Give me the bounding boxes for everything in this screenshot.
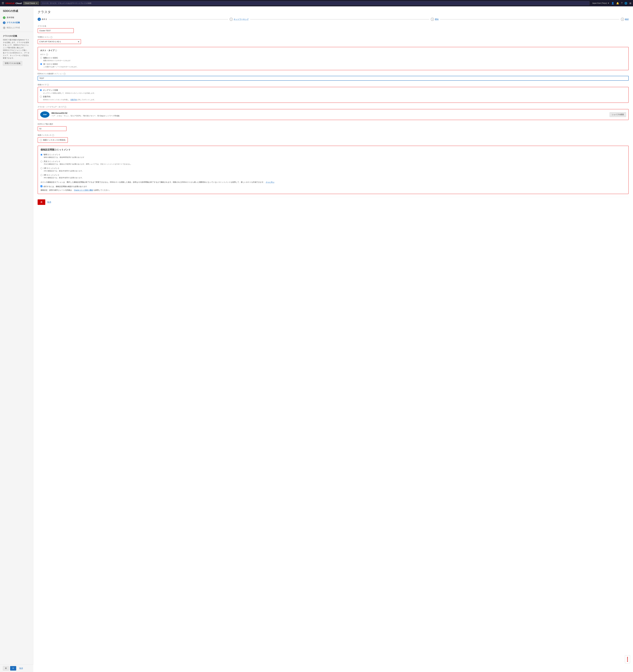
main-cancel-button[interactable]: 取消 — [47, 201, 51, 203]
step-2-icon: 2 — [3, 21, 5, 24]
step-2-label: クラスタの定義 — [7, 21, 20, 24]
capacity-reserved-link[interactable]: 容量予約 — [71, 99, 77, 100]
hardware-type-section: クラスタ・ハードウェア・タイプ ? intel BM.DenseIO2.52 ベ… — [37, 106, 629, 120]
sidebar-steps: ✓ 基本情報 2 クラスタの定義 3 確認および作成 — [0, 15, 33, 30]
pricing-1year-desc: 1年の価格設定では、最低1年使用する必要があります。 — [44, 170, 626, 172]
step-1-label: 基本情報 — [7, 16, 14, 19]
ocpu-label: OCPUコア数の選択 — [37, 123, 629, 125]
host-type-single-option[interactable]: 単一ホストSDDC この選択では単一ノードのみサポートされます。 — [40, 63, 626, 68]
capacity-ondemand-desc: オンデマンド容量を使用して、ESXiホストのインスタンスを作成します。 — [43, 92, 626, 94]
cluster-name-section: クラスタ名 — [37, 25, 629, 33]
capacity-ondemand-label: オンデマンド容量 — [43, 89, 58, 92]
hardware-type-label: クラスタ・ハードウェア・タイプ ? — [37, 106, 629, 108]
host-type-multi-option[interactable]: 複数ホストSDDC 複数のESXiホストがサポートされます — [40, 56, 626, 62]
protect-checkbox-label[interactable]: 保護インスタンスの有効化 — [43, 139, 66, 141]
sidebar-step-2[interactable]: 2 クラスタの定義 — [0, 20, 33, 25]
bottom-actions: 次 取消 — [37, 197, 629, 205]
change-shape-button[interactable]: シェイプの変更 — [610, 112, 626, 117]
pricing-hourly-radio[interactable] — [41, 154, 42, 155]
esxi-prefix-section: ESXiホストの接頭辞 オプション ? — [37, 73, 629, 81]
pricing-learn-more-link[interactable]: さらに学ぶ — [266, 181, 274, 183]
sidebar-bottom-actions: 前 次 取消 — [0, 665, 33, 672]
oracle-text: ORACLE — [5, 2, 15, 4]
next-button[interactable]: 次 — [10, 666, 16, 671]
capacity-type-label: 容量タイプ ? — [37, 83, 629, 86]
pricing-1year-radio[interactable] — [41, 167, 42, 169]
esxi-prefix-input[interactable] — [37, 76, 629, 81]
cloud-classic-badge[interactable]: Cloud Classic ▼ — [23, 1, 39, 5]
oracle-cost-link[interactable]: Oracleコスト見積り機能 — [74, 189, 93, 191]
host-type-info-icon[interactable]: ? — [55, 49, 57, 51]
pricing-confirm-label[interactable]: 続行するには、価格設定間隔を確認する必要があります — [44, 185, 87, 188]
hardware-info-icon[interactable]: ? — [64, 106, 66, 108]
help-dot-1 — [627, 657, 628, 658]
hamburger-menu-icon[interactable]: ☰ — [2, 2, 4, 5]
pricing-1year-option[interactable]: 1年コミットメント 1年の価格設定では、最低1年使用する必要があります。 — [41, 167, 626, 172]
pricing-monthly-radio[interactable] — [41, 161, 42, 163]
profile-icon[interactable]: 👤 — [611, 2, 614, 5]
help-float-widget[interactable] — [625, 655, 630, 663]
host-info-icon[interactable]: ? — [46, 53, 48, 55]
hardware-type-box: intel BM.DenseIO2.52 ベア・メタル・マシン、52コアOCPU… — [37, 109, 629, 120]
nav-right-icons: Japan East (Tokyo) ▼ 👤 🔔 ? 🌐 ⊞ — [592, 2, 631, 5]
esxi-info-icon[interactable]: ? — [64, 73, 66, 75]
prog-step-network[interactable]: 2 ネットワーキング — [230, 18, 249, 21]
protected-instances-box: 保護インスタンスの有効化 — [37, 137, 68, 143]
apps-icon[interactable]: ⊞ — [629, 2, 631, 5]
pricing-3year-option[interactable]: 3年コミットメント 3年の価格設定では、最低3年使用する必要があります。 — [41, 174, 626, 179]
intel-logo: intel — [40, 111, 49, 118]
global-search[interactable]: リソース、サービス、ドキュメントおよびマーケットプレイスの検索 — [41, 1, 589, 5]
pricing-confirm-checkbox[interactable] — [41, 185, 42, 187]
capacity-type-info-icon[interactable]: ? — [47, 84, 49, 86]
prog-circle-3: 3 — [431, 18, 434, 21]
prog-step-host: 1 ホスト — [37, 18, 47, 21]
step-3-label: 確認および作成 — [7, 26, 20, 29]
hardware-model-name: BM.DenseIO2.52 — [51, 112, 610, 114]
pricing-3year-label: 3年コミットメント — [44, 174, 59, 176]
host-type-section: ホスト・タイプ ? ホスト ? 複数ホストSDDC 複数のESXiホストがサポー… — [37, 47, 629, 70]
oracle-logo: ORACLE Cloud — [5, 2, 22, 4]
help-dot-4 — [627, 661, 628, 662]
capacity-type-section: 容量タイプ ? オンデマンド容量 オンデマンド容量を使用して、ESXiホストのイ… — [37, 83, 629, 103]
main-next-button[interactable]: 次 — [37, 199, 45, 205]
protected-info-icon[interactable]: ? — [52, 134, 54, 136]
cluster-name-input[interactable] — [37, 28, 74, 33]
help-icon[interactable]: ? — [621, 2, 623, 4]
prog-label-network[interactable]: ネットワーキング — [234, 18, 249, 21]
cancel-button[interactable]: 取消 — [17, 666, 25, 671]
ocpu-input[interactable] — [38, 126, 66, 131]
capacity-ondemand-radio[interactable] — [40, 89, 42, 91]
sidebar-step-1[interactable]: ✓ 基本情報 — [0, 15, 33, 20]
pricing-note: ホストの価格設定オプションは、選択した価格設定間隔が終了するまで変更できません。… — [41, 181, 626, 184]
capacity-reserved-option[interactable]: 容量予約 ESXiホストのインスタンスを作成し、容量予約に対してカウントします。 — [40, 95, 626, 101]
prev-button[interactable]: 前 — [3, 666, 9, 671]
availability-domain-select[interactable]: CYkP:AP-TOKYO-1-AD-1 — [37, 39, 81, 44]
bell-icon[interactable]: 🔔 — [616, 2, 619, 5]
prog-label-confirm: 確認 — [625, 18, 629, 21]
protected-instances-section: 保護インスタンス ? 保護インスタンスの有効化 — [37, 134, 629, 143]
search-placeholder: リソース、サービス、ドキュメントおよびマーケットプレイスの検索 — [42, 2, 92, 4]
manage-clusters-button[interactable]: 管理クラスタの定義 — [3, 61, 22, 66]
ocpu-input-wrapper — [37, 126, 67, 131]
availability-info-icon[interactable]: ? — [50, 36, 52, 38]
capacity-ondemand-option[interactable]: オンデマンド容量 オンデマンド容量を使用して、ESXiホストのインスタンスを作成… — [40, 89, 626, 94]
sidebar: SDDCの作成 ✓ 基本情報 2 クラスタの定義 3 確認および作成 クラスタの… — [0, 6, 33, 672]
badge-label: Cloud Classic — [25, 2, 35, 4]
region-selector[interactable]: Japan East (Tokyo) ▼ — [592, 2, 609, 4]
pricing-title: 価格設定間隔コミットメント — [41, 148, 626, 151]
host-type-single-radio[interactable] — [40, 63, 42, 65]
capacity-type-box: オンデマンド容量 オンデマンド容量を使用して、ESXiホストのインスタンスを作成… — [37, 87, 629, 103]
ocpu-section: OCPUコア数の選択 — [37, 123, 629, 131]
pricing-monthly-option[interactable]: 月次コミットメント 月次の価格設定では、最低1か月使用する必要があります。標準シ… — [41, 160, 626, 165]
protect-checkbox[interactable] — [40, 139, 42, 141]
prog-label-host: ホスト — [42, 18, 47, 21]
pricing-3year-desc: 3年の価格設定では、最低3年使用する必要があります。 — [44, 177, 626, 179]
pricing-3year-radio[interactable] — [41, 174, 42, 176]
host-type-multi-radio[interactable] — [40, 57, 42, 59]
sidebar-step-3[interactable]: 3 確認および作成 — [0, 25, 33, 30]
host-type-multi-label: 複数ホストSDDC — [43, 56, 71, 59]
capacity-reserved-radio[interactable] — [40, 96, 42, 98]
cloud-text: Cloud — [16, 2, 22, 4]
pricing-hourly-option[interactable]: 毎時コミットメント 毎時の価格設定では、最低8時間使用する必要があります — [41, 153, 626, 159]
globe-icon[interactable]: 🌐 — [625, 2, 627, 5]
